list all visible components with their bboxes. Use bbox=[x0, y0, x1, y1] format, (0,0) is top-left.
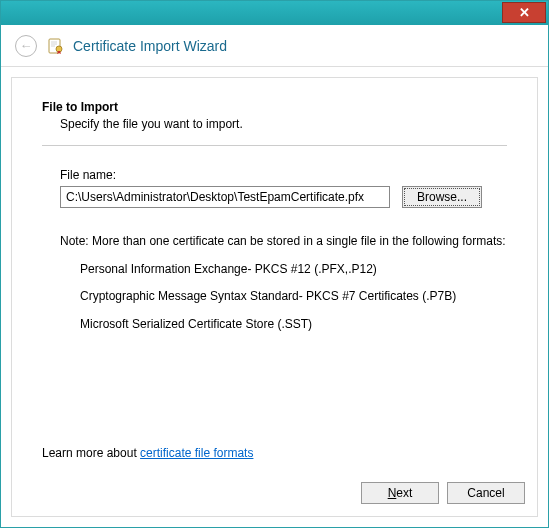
close-icon: ✕ bbox=[519, 5, 530, 20]
file-name-input[interactable] bbox=[60, 186, 390, 208]
titlebar: ✕ bbox=[1, 1, 548, 25]
close-button[interactable]: ✕ bbox=[502, 2, 546, 23]
divider bbox=[42, 145, 507, 146]
learn-prefix: Learn more about bbox=[42, 446, 140, 460]
wizard-window: ✕ ← Certificate Import Wizard File to Im… bbox=[0, 0, 549, 528]
button-row: Next Cancel bbox=[361, 482, 525, 504]
content: File to Import Specify the file you want… bbox=[11, 77, 538, 517]
note-item: Microsoft Serialized Certificate Store (… bbox=[80, 317, 507, 333]
file-field-block: File name: Browse... bbox=[60, 168, 507, 208]
section-subtitle: Specify the file you want to import. bbox=[60, 117, 507, 131]
file-label: File name: bbox=[60, 168, 507, 182]
browse-button[interactable]: Browse... bbox=[402, 186, 482, 208]
learn-link[interactable]: certificate file formats bbox=[140, 446, 253, 460]
note-intro: Note: More than one certificate can be s… bbox=[60, 234, 507, 250]
back-button[interactable]: ← bbox=[15, 35, 37, 57]
certificate-icon bbox=[47, 37, 65, 55]
header-title: Certificate Import Wizard bbox=[73, 38, 227, 54]
note-block: Note: More than one certificate can be s… bbox=[60, 234, 507, 332]
note-item: Personal Information Exchange- PKCS #12 … bbox=[80, 262, 507, 278]
learn-more: Learn more about certificate file format… bbox=[42, 446, 253, 460]
next-rest: ext bbox=[396, 486, 412, 500]
note-item: Cryptographic Message Syntax Standard- P… bbox=[80, 289, 507, 305]
cancel-button[interactable]: Cancel bbox=[447, 482, 525, 504]
section-title: File to Import bbox=[42, 100, 507, 114]
content-outer: File to Import Specify the file you want… bbox=[1, 67, 548, 527]
arrow-left-icon: ← bbox=[20, 38, 33, 53]
header: ← Certificate Import Wizard bbox=[1, 25, 548, 67]
file-row: Browse... bbox=[60, 186, 507, 208]
next-button[interactable]: Next bbox=[361, 482, 439, 504]
